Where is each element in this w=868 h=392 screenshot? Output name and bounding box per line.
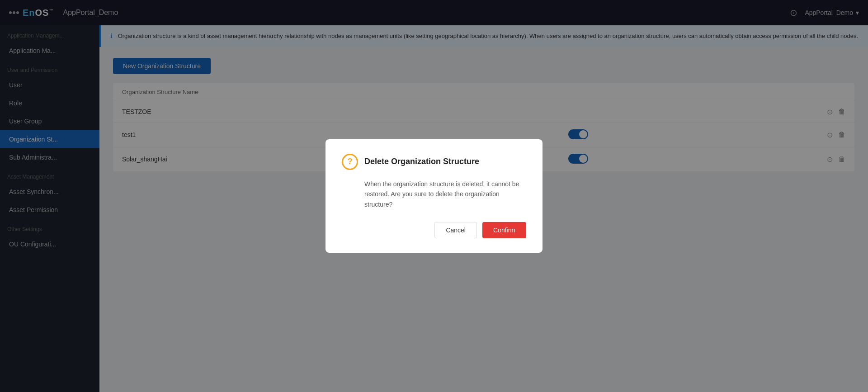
confirm-button[interactable]: Confirm (482, 222, 526, 238)
modal-header: ? Delete Organization Structure (342, 154, 526, 170)
cancel-button[interactable]: Cancel (434, 222, 477, 238)
modal-actions: Cancel Confirm (342, 222, 526, 238)
modal-overlay[interactable]: ? Delete Organization Structure When the… (0, 0, 868, 392)
modal-body: When the organization structure is delet… (342, 179, 526, 209)
warning-icon: ? (342, 154, 358, 170)
modal-title: Delete Organization Structure (364, 157, 479, 166)
delete-modal: ? Delete Organization Structure When the… (326, 139, 542, 253)
